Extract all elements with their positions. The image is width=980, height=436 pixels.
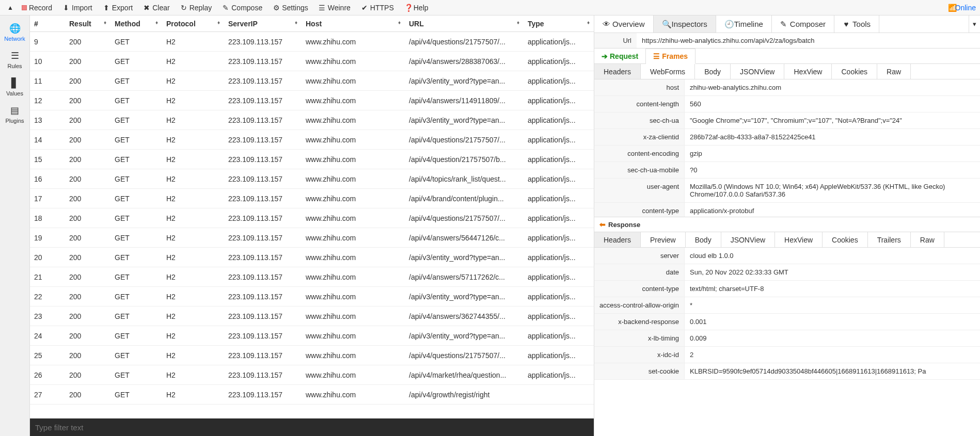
- header-value: KLBRSID=9590fc9ef05714dd90335048bf446605…: [685, 363, 980, 379]
- table-row[interactable]: 15200GETH2223.109.113.157www.zhihu.com/a…: [30, 150, 594, 169]
- request-headers[interactable]: hostzhihu-web-analytics.zhihu.comcontent…: [594, 79, 980, 217]
- table-row[interactable]: 19200GETH2223.109.113.157www.zhihu.com/a…: [30, 228, 594, 248]
- help-label: Help: [414, 4, 429, 12]
- subtab-webforms[interactable]: WebForms: [641, 64, 695, 79]
- export-button[interactable]: ⬆Export: [98, 2, 138, 14]
- subtab-preview[interactable]: Preview: [641, 232, 686, 247]
- settings-button[interactable]: ⚙Settings: [267, 2, 313, 14]
- subtab-hexview[interactable]: HexView: [775, 232, 823, 247]
- table-row[interactable]: 13200GETH2223.109.113.157www.zhihu.com/a…: [30, 110, 594, 130]
- col-method[interactable]: Method♦: [110, 20, 162, 28]
- header-value: ?0: [685, 162, 980, 178]
- subtab-jsonview[interactable]: JSONView: [731, 64, 784, 79]
- table-row[interactable]: 14200GETH2223.109.113.157www.zhihu.com/a…: [30, 130, 594, 150]
- response-subtabs: HeadersPreviewBodyJSONViewHexViewCookies…: [594, 232, 980, 248]
- col-host[interactable]: Host♦: [302, 20, 405, 28]
- sidebar-values-label: Values: [6, 90, 23, 96]
- table-row[interactable]: 23200GETH2223.109.113.157www.zhihu.com/a…: [30, 306, 594, 326]
- sidebar-item-values[interactable]: ▋Values: [0, 73, 29, 101]
- tab-composer[interactable]: ✎Composer: [772, 15, 834, 33]
- subtab-headers[interactable]: Headers: [594, 64, 641, 79]
- url-value[interactable]: https://zhihu-web-analytics.zhihu.com/ap…: [637, 37, 980, 44]
- col-url[interactable]: URL♦: [405, 20, 524, 28]
- header-row: content-encodinggzip: [594, 146, 980, 162]
- import-icon: ⬇: [62, 4, 70, 12]
- table-body[interactable]: 9200GETH2223.109.113.157www.zhihu.com/ap…: [30, 32, 594, 418]
- tab-timeline[interactable]: 🕘Timeline: [716, 15, 772, 33]
- folder-icon: ▋: [11, 77, 19, 89]
- sidebar: 🌐Network ☰Rules ▋Values ▤Plugins: [0, 15, 30, 436]
- tab-overview[interactable]: 👁Overview: [594, 15, 654, 33]
- compose-icon: ✎: [222, 4, 229, 12]
- table-row[interactable]: 24200GETH2223.109.113.157www.zhihu.com/a…: [30, 326, 594, 346]
- subtab-headers[interactable]: Headers: [594, 232, 641, 247]
- table-row[interactable]: 20200GETH2223.109.113.157www.zhihu.com/a…: [30, 248, 594, 267]
- subtab-raw[interactable]: Raw: [911, 232, 944, 247]
- online-status[interactable]: 📶Online: [948, 4, 976, 12]
- heart-icon: ♥: [843, 20, 850, 28]
- help-button[interactable]: ❓Help: [399, 2, 434, 14]
- header-value: cloud elb 1.0.0: [685, 248, 980, 264]
- col-result[interactable]: Result♦: [65, 20, 110, 28]
- table-row[interactable]: 27200GETH2223.109.113.157www.zhihu.com/a…: [30, 385, 594, 405]
- subtab-cookies[interactable]: Cookies: [823, 232, 868, 247]
- request-subtabs: HeadersWebFormsBodyJSONViewHexViewCookie…: [594, 64, 980, 79]
- subtab-raw[interactable]: Raw: [877, 64, 911, 79]
- collapse-right-icon[interactable]: ▾: [969, 15, 980, 33]
- sidebar-item-rules[interactable]: ☰Rules: [0, 46, 29, 73]
- header-row: set-cookieKLBRSID=9590fc9ef05714dd903350…: [594, 363, 980, 380]
- header-value: "Google Chrome";v="107", "Chromium";v="1…: [685, 112, 980, 128]
- sidebar-item-plugins[interactable]: ▤Plugins: [0, 101, 29, 128]
- table-row[interactable]: 17200GETH2223.109.113.157www.zhihu.com/a…: [30, 189, 594, 208]
- https-button[interactable]: ✔HTTPS: [356, 2, 399, 14]
- table-row[interactable]: 16200GETH2223.109.113.157www.zhihu.com/a…: [30, 169, 594, 189]
- col-protocol[interactable]: Protocol♦: [162, 20, 224, 28]
- weinre-button[interactable]: ☰Weinre: [313, 2, 356, 14]
- tab-request[interactable]: ➔Request: [594, 49, 646, 63]
- subtab-hexview[interactable]: HexView: [784, 64, 832, 79]
- col-type[interactable]: Type♦: [524, 20, 594, 28]
- compose-button[interactable]: ✎Compose: [217, 2, 267, 14]
- header-value: 0.001: [685, 314, 980, 330]
- response-titlebar[interactable]: ⬅ Response: [594, 217, 980, 232]
- sidebar-item-network[interactable]: 🌐Network: [0, 19, 29, 46]
- col-ip[interactable]: ServerIP♦: [224, 20, 302, 28]
- tab-frames[interactable]: ☰Frames: [646, 49, 696, 64]
- response-label: Response: [608, 221, 640, 229]
- search-icon: 🔍: [662, 20, 669, 29]
- subtab-trailers[interactable]: Trailers: [868, 232, 911, 247]
- header-key: host: [594, 79, 685, 95]
- table-row[interactable]: 26200GETH2223.109.113.157www.zhihu.com/a…: [30, 365, 594, 385]
- col-num[interactable]: #: [30, 20, 65, 28]
- send-icon: ✎: [780, 20, 787, 29]
- subtab-cookies[interactable]: Cookies: [832, 64, 877, 79]
- replay-button[interactable]: ↻Replay: [175, 2, 217, 14]
- record-button[interactable]: Record: [17, 2, 57, 14]
- subtab-jsonview[interactable]: JSONView: [721, 232, 775, 247]
- collapse-chevron-icon[interactable]: ▲: [4, 4, 17, 11]
- filter-input[interactable]: [35, 423, 589, 432]
- tab-tools[interactable]: ♥Tools: [834, 15, 879, 33]
- table-row[interactable]: 18200GETH2223.109.113.157www.zhihu.com/a…: [30, 208, 594, 228]
- clear-button[interactable]: ✖Clear: [138, 2, 175, 14]
- table-row[interactable]: 10200GETH2223.109.113.157www.zhihu.com/a…: [30, 52, 594, 71]
- table-row[interactable]: 25200GETH2223.109.113.157www.zhihu.com/a…: [30, 346, 594, 365]
- subtab-body[interactable]: Body: [686, 232, 721, 247]
- header-key: set-cookie: [594, 363, 685, 379]
- signal-icon: 📶: [948, 4, 955, 12]
- tab-inspectors[interactable]: 🔍Inspectors: [654, 15, 716, 33]
- header-key: sec-ch-ua-mobile: [594, 162, 685, 178]
- record-label: Record: [29, 4, 52, 12]
- table-row[interactable]: 22200GETH2223.109.113.157www.zhihu.com/a…: [30, 287, 594, 306]
- header-key: x-backend-response: [594, 314, 685, 330]
- response-headers[interactable]: servercloud elb 1.0.0dateSun, 20 Nov 202…: [594, 248, 980, 436]
- import-button[interactable]: ⬇Import: [57, 2, 98, 14]
- sort-icon: ♦: [104, 20, 106, 25]
- table-row[interactable]: 12200GETH2223.109.113.157www.zhihu.com/a…: [30, 91, 594, 110]
- subtab-body[interactable]: Body: [695, 64, 731, 79]
- table-row[interactable]: 11200GETH2223.109.113.157www.zhihu.com/a…: [30, 71, 594, 91]
- table-row[interactable]: 21200GETH2223.109.113.157www.zhihu.com/a…: [30, 267, 594, 287]
- table-row[interactable]: 9200GETH2223.109.113.157www.zhihu.com/ap…: [30, 32, 594, 52]
- weinre-label: Weinre: [328, 4, 351, 12]
- globe-icon: 🌐: [9, 23, 21, 34]
